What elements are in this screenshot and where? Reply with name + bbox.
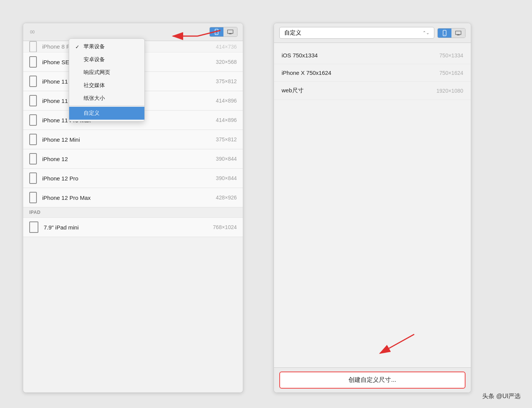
svg-rect-2 [228,30,233,33]
list-item[interactable]: iPhone 12 Mini 375×812 [23,130,243,149]
menu-item-paper[interactable]: 纸张大小 [69,92,144,105]
device-icon [29,192,37,203]
right-desktop-toggle-btn[interactable] [451,28,465,38]
create-custom-size-button[interactable]: 创建自定义尺寸... [279,372,466,389]
checkmark-apple: ✓ [75,44,81,50]
menu-item-apple[interactable]: ✓ 苹果设备 [69,40,144,53]
desktop-toggle-btn[interactable] [223,27,237,36]
ruler-label: 00 [28,30,36,34]
right-footer: 创建自定义尺寸... [274,367,471,392]
mobile-toggle-btn[interactable] [210,27,223,36]
custom-size-list: iOS 750x1334 750×1334 iPhone X 750x1624 … [274,43,471,367]
right-device-toggle-group [437,28,466,38]
custom-list-item[interactable]: iOS 750x1334 750×1334 [274,47,471,64]
menu-item-responsive[interactable]: 响应式网页 [69,66,144,79]
custom-category-select[interactable]: 自定义 ⌃⌄ [279,27,434,39]
menu-item-social[interactable]: 社交媒体 [69,79,144,92]
device-icon [29,76,37,87]
device-icon [29,172,37,184]
device-toggle-group [209,27,238,37]
menu-divider [69,106,144,106]
device-icon [29,114,37,126]
category-dropdown-menu: ✓ 苹果设备 安卓设备 响应式网页 社交媒体 纸张大小 自定 [69,38,145,122]
menu-item-custom[interactable]: 自定义 [69,107,144,120]
left-device-panel: 00 ✓ [23,23,243,393]
list-item[interactable]: iPhone 12 390×844 [23,149,243,169]
device-icon [29,95,37,106]
list-item[interactable]: iPhone 12 Pro Max 428×926 [23,188,243,207]
device-icon [29,41,37,52]
list-item[interactable]: 7.9" iPad mini 768×1024 [23,218,243,237]
menu-item-android[interactable]: 安卓设备 [69,53,144,66]
device-icon [29,153,37,164]
custom-list-item[interactable]: web尺寸 1920×1080 [274,82,471,100]
section-ipad-header: IPAD [23,207,243,218]
custom-list-item[interactable]: iPhone X 750x1624 750×1624 [274,64,471,82]
right-mobile-toggle-btn[interactable] [438,28,451,38]
device-icon [29,134,37,145]
device-icon [29,56,37,68]
right-header: 自定义 ⌃⌄ [274,23,471,43]
right-custom-panel: 自定义 ⌃⌄ [274,23,471,393]
select-arrow-icon: ⌃⌄ [423,30,429,35]
device-icon [29,221,38,233]
watermark-text: 头条 @UI严选 [482,392,521,400]
list-item[interactable]: iPhone 12 Pro 390×844 [23,169,243,188]
svg-rect-7 [456,31,461,34]
